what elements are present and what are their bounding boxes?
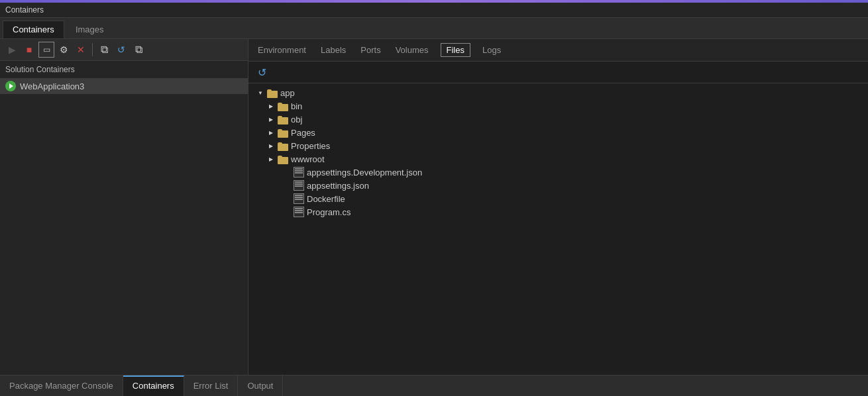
label-pages: Pages: [291, 128, 315, 138]
terminal-button[interactable]: ▭: [38, 42, 54, 58]
file-tree: ▼ app ▶ bin ▶ obj ▶: [248, 83, 868, 375]
label-program: Program.cs: [307, 207, 351, 217]
right-toolbar: ↺: [248, 62, 868, 83]
label-wwwroot: wwwroot: [291, 154, 325, 164]
left-panel: ▶ ■ ▭ ⚙ ✕ ⧉ ↺ ⧉ Solution Containers WebA…: [0, 39, 248, 375]
tab-labels[interactable]: Labels: [318, 44, 349, 56]
tree-item-appsettings[interactable]: ▶ appsettings.json: [248, 179, 868, 192]
label-obj: obj: [291, 115, 302, 124]
file-icon-program: [294, 207, 304, 217]
copy-button[interactable]: ⧉: [96, 42, 112, 58]
bottom-tab-bar: Package Manager Console Containers Error…: [0, 375, 868, 396]
folder-icon-wwwroot: [278, 154, 288, 164]
separator-1: [92, 43, 93, 56]
refresh-button[interactable]: ↺: [254, 64, 270, 80]
file-icon-appsettings: [294, 180, 304, 191]
folder-icon-properties: [278, 140, 288, 151]
play-button[interactable]: ▶: [4, 42, 20, 58]
file-icon-dockerfile: [294, 193, 304, 204]
chevron-pages: ▶: [267, 128, 275, 136]
stop-button[interactable]: ■: [21, 42, 37, 58]
container-item-webapp3[interactable]: WebApplication3: [0, 78, 248, 94]
tab-volumes[interactable]: Volumes: [393, 44, 431, 56]
folder-icon-bin: [278, 101, 288, 111]
bottom-tab-error-list[interactable]: Error List: [184, 375, 239, 396]
label-bin: bin: [291, 101, 302, 111]
restart-button[interactable]: ↺: [113, 42, 129, 58]
toolbar: ▶ ■ ▭ ⚙ ✕ ⧉ ↺ ⧉: [0, 39, 248, 61]
tab-logs[interactable]: Logs: [480, 44, 504, 56]
label-app: app: [280, 88, 295, 98]
title-label: Containers: [5, 5, 44, 15]
chevron-obj: ▶: [267, 115, 275, 123]
tab-files[interactable]: Files: [441, 43, 470, 57]
bottom-tab-containers[interactable]: Containers: [123, 375, 184, 396]
tab-images[interactable]: Images: [66, 21, 114, 38]
title-bar: Containers: [0, 3, 868, 18]
tree-item-bin[interactable]: ▶ bin: [248, 99, 868, 113]
settings-button[interactable]: ⚙: [56, 42, 72, 58]
right-panel: Environment Labels Ports Volumes Files L…: [248, 39, 868, 375]
tree-item-obj[interactable]: ▶ obj: [248, 113, 868, 126]
tab-ports[interactable]: Ports: [358, 44, 383, 56]
top-tab-bar: Containers Images: [0, 18, 868, 39]
label-appsettings: appsettings.json: [307, 181, 369, 191]
tree-item-app[interactable]: ▼ app: [248, 86, 868, 99]
label-appsettings-dev: appsettings.Development.json: [307, 168, 422, 177]
tree-item-dockerfile[interactable]: ▶ Dockerfile: [248, 192, 868, 205]
label-dockerfile: Dockerfile: [307, 194, 345, 204]
chevron-bin: ▶: [267, 102, 275, 110]
bottom-tab-output[interactable]: Output: [238, 375, 283, 396]
chevron-app: ▼: [256, 89, 264, 97]
right-tab-bar: Environment Labels Ports Volumes Files L…: [248, 39, 868, 62]
solution-containers-header: Solution Containers: [0, 61, 248, 78]
chevron-properties: ▶: [267, 142, 275, 150]
paste-button[interactable]: ⧉: [131, 42, 146, 58]
container-label: WebApplication3: [20, 81, 84, 91]
tree-item-wwwroot[interactable]: ▶ wwwroot: [248, 152, 868, 166]
main-layout: ▶ ■ ▭ ⚙ ✕ ⧉ ↺ ⧉ Solution Containers WebA…: [0, 39, 868, 375]
folder-icon-pages: [278, 127, 288, 138]
tab-environment[interactable]: Environment: [255, 44, 309, 56]
label-properties: Properties: [291, 141, 330, 151]
tab-containers[interactable]: Containers: [3, 21, 64, 38]
chevron-wwwroot: ▶: [267, 155, 275, 163]
tree-item-appsettings-dev[interactable]: ▶ appsettings.Development.json: [248, 166, 868, 179]
tree-item-program[interactable]: ▶ Program.cs: [248, 205, 868, 219]
delete-button[interactable]: ✕: [73, 42, 89, 58]
file-icon-appsettings-dev: [294, 167, 304, 177]
folder-icon-app: [267, 87, 278, 98]
tree-item-pages[interactable]: ▶ Pages: [248, 126, 868, 139]
tree-item-properties[interactable]: ▶ Properties: [248, 139, 868, 152]
folder-icon-obj: [278, 114, 288, 124]
running-indicator: [5, 81, 16, 91]
bottom-tab-pkg-manager[interactable]: Package Manager Console: [0, 375, 123, 396]
